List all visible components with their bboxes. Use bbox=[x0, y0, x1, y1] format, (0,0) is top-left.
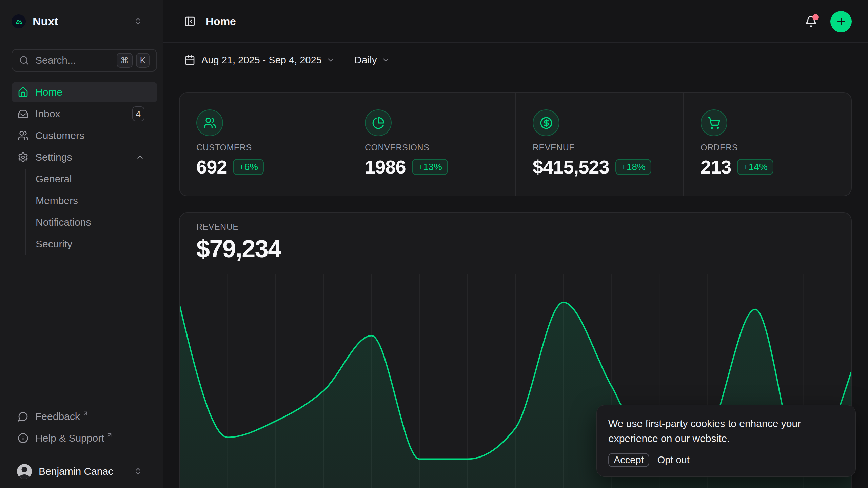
stat-value: $415,523 bbox=[533, 156, 609, 178]
stat-customers[interactable]: CUSTOMERS 692 +6% bbox=[180, 93, 348, 196]
sidebar: Nuxt Search... ⌘ K Home bbox=[0, 0, 163, 488]
chevron-down-icon bbox=[381, 56, 390, 64]
nuxt-logo-svg bbox=[14, 17, 23, 26]
notification-dot bbox=[812, 14, 819, 20]
stat-conversions[interactable]: CONVERSIONS 1986 +13% bbox=[348, 93, 515, 196]
feedback-link[interactable]: Feedback bbox=[12, 406, 157, 427]
stat-value-row: 1986 +13% bbox=[365, 156, 499, 178]
stat-label: CUSTOMERS bbox=[196, 143, 331, 152]
filters-toolbar: Aug 21, 2025 - Sep 4, 2025 Daily bbox=[163, 43, 868, 77]
sidebar-divider bbox=[0, 455, 163, 455]
users-icon bbox=[196, 109, 223, 136]
inbox-count-badge: 4 bbox=[132, 106, 144, 121]
opt-out-button[interactable]: Opt out bbox=[657, 454, 690, 466]
add-button[interactable] bbox=[830, 11, 852, 32]
accept-button[interactable]: Accept bbox=[608, 453, 649, 467]
sidebar-item-label: Inbox bbox=[35, 108, 60, 120]
granularity-select[interactable]: Daily bbox=[354, 54, 377, 66]
cookie-banner: We use first-party cookies to enhance yo… bbox=[596, 405, 856, 477]
stat-value-row: 213 +14% bbox=[701, 156, 834, 178]
revenue-chart-total: $79,234 bbox=[196, 235, 834, 263]
external-link-icon bbox=[82, 410, 89, 417]
sidebar-item-home[interactable]: Home bbox=[12, 82, 157, 102]
gear-icon bbox=[18, 152, 28, 163]
search-placeholder: Search... bbox=[35, 55, 117, 66]
sidebar-item-settings[interactable]: Settings bbox=[12, 147, 157, 167]
stat-orders[interactable]: ORDERS 213 +14% bbox=[683, 93, 851, 196]
date-range-picker[interactable]: Aug 21, 2025 - Sep 4, 2025 bbox=[201, 54, 322, 65]
info-icon bbox=[18, 433, 28, 444]
stat-delta-badge: +6% bbox=[233, 159, 264, 175]
cookie-message: We use first-party cookies to enhance yo… bbox=[608, 416, 844, 446]
footer-link-label: Help & Support bbox=[35, 432, 104, 444]
page-title: Home bbox=[206, 15, 236, 28]
main-area: Home Aug 21, 2025 - Sep 4, 2025 Daily bbox=[163, 0, 868, 488]
stat-value: 692 bbox=[196, 156, 227, 178]
nuxt-logo-icon bbox=[12, 14, 26, 28]
page-header: Home bbox=[163, 0, 868, 43]
external-link-icon bbox=[106, 432, 113, 439]
stat-value: 213 bbox=[701, 156, 731, 178]
message-circle-icon bbox=[18, 411, 28, 422]
sidebar-item-security[interactable]: Security bbox=[12, 234, 157, 254]
user-name: Benjamin Canac bbox=[39, 466, 113, 477]
stat-delta-badge: +14% bbox=[737, 159, 773, 175]
sidebar-nav: Home Inbox 4 Customers Settings bbox=[12, 82, 157, 169]
stat-label: CONVERSIONS bbox=[365, 143, 499, 152]
stat-value: 1986 bbox=[365, 156, 406, 178]
chevron-down-icon bbox=[326, 56, 335, 64]
stats-overview-card: CUSTOMERS 692 +6% CONVERSIONS 1986 +13% bbox=[179, 92, 852, 196]
sidebar-item-inbox[interactable]: Inbox 4 bbox=[12, 104, 157, 124]
calendar-icon bbox=[184, 55, 195, 65]
workspace-switcher[interactable]: Nuxt bbox=[12, 12, 157, 30]
revenue-chart-header: REVENUE $79,234 bbox=[180, 213, 851, 273]
workspace-name: Nuxt bbox=[33, 15, 58, 28]
stat-label: ORDERS bbox=[701, 143, 834, 152]
avatar bbox=[17, 464, 32, 479]
dashboard-root: Nuxt Search... ⌘ K Home bbox=[0, 0, 868, 488]
search-input[interactable]: Search... ⌘ K bbox=[12, 49, 157, 72]
sidebar-item-label: Customers bbox=[35, 130, 84, 141]
stat-revenue[interactable]: REVENUE $415,523 +18% bbox=[515, 93, 683, 196]
panel-left-close-icon[interactable] bbox=[184, 16, 196, 27]
stat-value-row: $415,523 +18% bbox=[533, 156, 667, 178]
user-menu[interactable]: Benjamin Canac bbox=[12, 461, 157, 482]
settings-subnav: General Members Notifications Security bbox=[12, 169, 157, 256]
revenue-chart-label: REVENUE bbox=[196, 222, 834, 232]
subnav-guide-line bbox=[25, 169, 26, 255]
sidebar-item-general[interactable]: General bbox=[12, 169, 157, 189]
inbox-icon bbox=[18, 108, 28, 119]
sidebar-item-customers[interactable]: Customers bbox=[12, 125, 157, 146]
house-icon bbox=[18, 87, 28, 98]
chevrons-up-down-icon bbox=[134, 17, 142, 26]
stat-delta-badge: +18% bbox=[615, 159, 651, 175]
sidebar-item-label: Settings bbox=[35, 151, 72, 163]
help-support-link[interactable]: Help & Support bbox=[12, 428, 157, 448]
stat-delta-badge: +13% bbox=[412, 159, 448, 175]
sidebar-item-members[interactable]: Members bbox=[12, 190, 157, 211]
shopping-cart-icon bbox=[701, 109, 727, 136]
sidebar-footer-links: Feedback Help & Support bbox=[12, 406, 157, 450]
stat-label: REVENUE bbox=[533, 143, 667, 152]
users-icon bbox=[18, 130, 28, 141]
sidebar-item-notifications[interactable]: Notifications bbox=[12, 212, 157, 232]
plus-icon bbox=[836, 16, 847, 27]
search-icon bbox=[19, 55, 29, 65]
chevrons-up-down-icon bbox=[134, 467, 142, 476]
chevron-up-icon bbox=[136, 153, 144, 162]
notifications-button[interactable] bbox=[805, 15, 817, 27]
stat-value-row: 692 +6% bbox=[196, 156, 331, 178]
cookie-actions: Accept Opt out bbox=[608, 453, 844, 467]
sidebar-item-label: Home bbox=[35, 86, 62, 98]
circle-dollar-icon bbox=[533, 109, 559, 136]
footer-link-label: Feedback bbox=[35, 411, 80, 422]
kbd-meta: ⌘ bbox=[117, 53, 133, 68]
pie-chart-icon bbox=[365, 109, 392, 136]
kbd-k: K bbox=[136, 53, 150, 68]
